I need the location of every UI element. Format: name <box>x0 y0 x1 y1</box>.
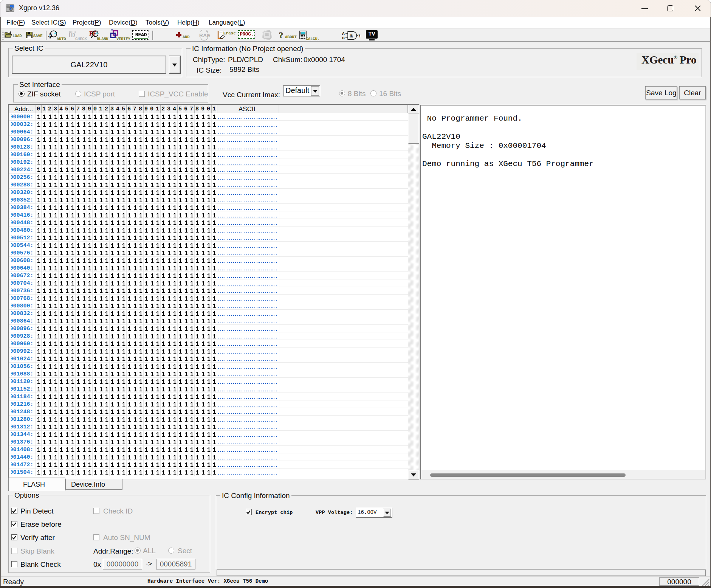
svg-text:A: A <box>342 31 345 36</box>
svg-text:ID: ID <box>68 32 75 38</box>
svg-text:Y: Y <box>359 34 361 39</box>
svg-text:&: & <box>350 33 353 39</box>
svg-text:B: B <box>342 36 345 40</box>
svg-text:RAM: RAM <box>199 33 210 38</box>
svg-text:?: ? <box>279 31 283 40</box>
